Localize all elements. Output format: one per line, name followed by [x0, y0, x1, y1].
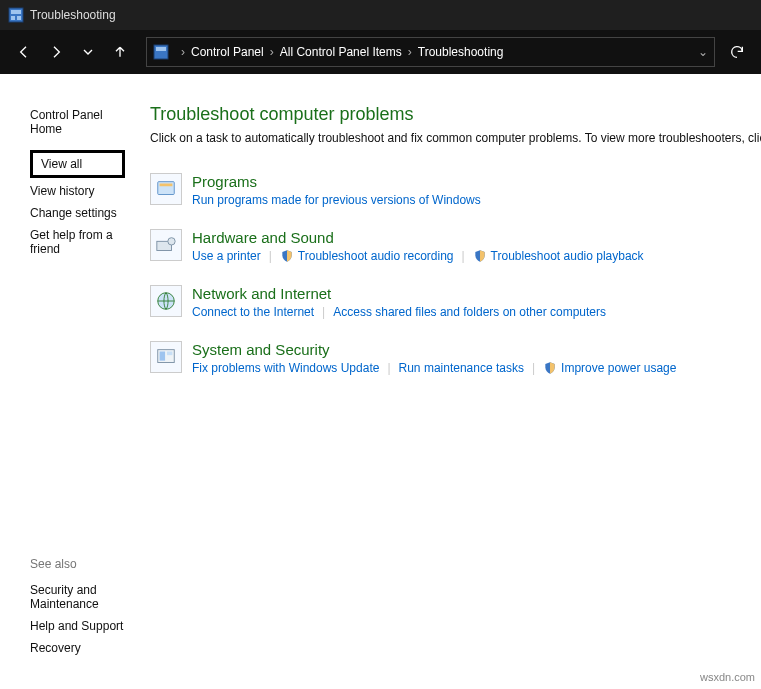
category-hardware: Hardware and Sound Use a printer | Troub… [150, 229, 761, 263]
system-icon [150, 341, 182, 373]
refresh-button[interactable] [723, 38, 751, 66]
control-panel-icon [8, 7, 24, 23]
programs-icon [150, 173, 182, 205]
svg-rect-1 [11, 10, 21, 14]
watermark: wsxdn.com [700, 671, 755, 683]
sidebar-change-settings[interactable]: Change settings [30, 202, 125, 224]
control-panel-icon [153, 44, 169, 60]
see-also-header: See also [30, 557, 125, 571]
breadcrumb-troubleshooting[interactable]: Troubleshooting [418, 45, 504, 59]
category-system-title[interactable]: System and Security [192, 341, 676, 358]
chevron-right-icon[interactable]: › [408, 45, 412, 59]
link-printer[interactable]: Use a printer [192, 249, 261, 263]
see-also-recovery[interactable]: Recovery [30, 637, 125, 659]
link-windows-update[interactable]: Fix problems with Windows Update [192, 361, 379, 375]
chevron-right-icon[interactable]: › [181, 45, 185, 59]
shield-icon [473, 249, 487, 263]
category-programs: Programs Run programs made for previous … [150, 173, 761, 207]
svg-point-9 [168, 238, 175, 245]
sidebar-home[interactable]: Control Panel Home [30, 104, 125, 140]
hardware-icon [150, 229, 182, 261]
svg-rect-13 [167, 352, 173, 356]
page-subtitle: Click on a task to automatically trouble… [150, 131, 761, 145]
see-also-section: See also Security and Maintenance Help a… [30, 557, 125, 689]
link-audio-playback[interactable]: Troubleshoot audio playback [491, 249, 644, 263]
breadcrumb-control-panel[interactable]: Control Panel [191, 45, 264, 59]
forward-button[interactable] [42, 38, 70, 66]
sidebar-view-all[interactable]: View all [30, 150, 125, 178]
svg-rect-7 [160, 184, 173, 187]
category-programs-title[interactable]: Programs [192, 173, 481, 190]
svg-rect-12 [160, 352, 166, 361]
link-power-usage[interactable]: Improve power usage [561, 361, 676, 375]
main-content: Troubleshoot computer problems Click on … [125, 74, 761, 689]
category-network-title[interactable]: Network and Internet [192, 285, 606, 302]
shield-icon [280, 249, 294, 263]
see-also-help[interactable]: Help and Support [30, 615, 125, 637]
shield-icon [543, 361, 557, 375]
link-shared-files[interactable]: Access shared files and folders on other… [333, 305, 606, 319]
breadcrumb-all-items[interactable]: All Control Panel Items [280, 45, 402, 59]
link-run-compat[interactable]: Run programs made for previous versions … [192, 193, 481, 207]
link-audio-recording[interactable]: Troubleshoot audio recording [298, 249, 454, 263]
category-system: System and Security Fix problems with Wi… [150, 341, 761, 375]
nav-bar: › Control Panel › All Control Panel Item… [0, 30, 761, 74]
address-dropdown[interactable]: ⌄ [698, 45, 708, 59]
address-bar[interactable]: › Control Panel › All Control Panel Item… [146, 37, 715, 67]
link-maintenance[interactable]: Run maintenance tasks [399, 361, 524, 375]
sidebar-view-history[interactable]: View history [30, 180, 125, 202]
window-title: Troubleshooting [30, 8, 116, 22]
page-title: Troubleshoot computer problems [150, 104, 761, 125]
sidebar-get-help[interactable]: Get help from a friend [30, 224, 125, 260]
link-connect-internet[interactable]: Connect to the Internet [192, 305, 314, 319]
svg-rect-2 [11, 16, 15, 20]
title-bar: Troubleshooting [0, 0, 761, 30]
category-hardware-title[interactable]: Hardware and Sound [192, 229, 644, 246]
sidebar: Control Panel Home View all View history… [0, 74, 125, 689]
svg-rect-5 [156, 47, 166, 51]
recent-dropdown[interactable] [74, 38, 102, 66]
network-icon [150, 285, 182, 317]
chevron-right-icon[interactable]: › [270, 45, 274, 59]
see-also-security[interactable]: Security and Maintenance [30, 579, 125, 615]
svg-rect-3 [17, 16, 21, 20]
category-network: Network and Internet Connect to the Inte… [150, 285, 761, 319]
back-button[interactable] [10, 38, 38, 66]
up-button[interactable] [106, 38, 134, 66]
